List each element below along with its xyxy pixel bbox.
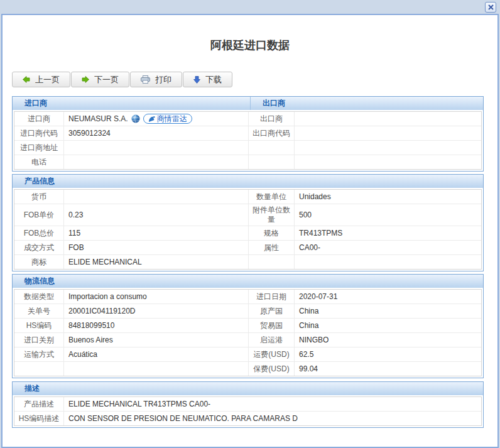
insurance-label: 保费(USD): [249, 362, 295, 376]
hs-code-label: HS编码: [14, 319, 64, 332]
section-logistics-info: 物流信息 数据类型 Importacion a consumo 进口日期 202…: [12, 274, 484, 378]
prev-page-button[interactable]: 上一页: [12, 72, 70, 87]
fob-unit-price-value: 0.23: [64, 204, 249, 226]
importer-code-value: 3059012324: [64, 126, 249, 140]
fob-total-label: FOB总价: [14, 226, 64, 240]
table-row: HS编码 84818099510 贸易国 China: [14, 319, 481, 333]
product-info-body: 货币 数量单位 Unidades FOB单价 0.23 附件单位数量 500 F…: [14, 189, 482, 270]
phone-label: 电话: [14, 155, 64, 169]
product-info-title: 产品信息: [13, 175, 483, 188]
business-radar-label: 商情雷达: [157, 114, 187, 124]
phone-value: [64, 155, 249, 169]
table-row: FOB单价 0.23 附件单位数量 500: [14, 204, 481, 226]
empty-value: [295, 255, 481, 269]
origin-country-value: China: [295, 304, 481, 318]
data-type-value: Importacion a consumo: [64, 290, 249, 303]
insurance-value: 99.04: [295, 362, 481, 376]
close-icon: [488, 4, 494, 10]
empty-label: [249, 141, 295, 155]
globe-icon[interactable]: [131, 114, 140, 123]
importer-exporter-header: 进口商 出口商: [13, 97, 483, 110]
table-row: 进口商 NEUMASUR S.A.: [14, 112, 481, 126]
empty-value: [295, 141, 481, 155]
hs-description-label: HS编码描述: [14, 412, 64, 425]
table-row: 货币 数量单位 Unidades: [14, 190, 481, 204]
page-title: 阿根廷进口数据: [3, 15, 497, 53]
customs-no-value: 20001IC04119120D: [64, 304, 249, 318]
exporter-code-value: [295, 126, 481, 140]
transport-mode-label: 运输方式: [14, 347, 64, 361]
download-label: 下载: [205, 74, 222, 85]
customs-no-label: 关单号: [14, 304, 64, 318]
arrow-right-icon: [82, 76, 89, 83]
trademark-value: ELIDE MECHANICAL: [64, 255, 249, 269]
quantity-unit-label: 数量单位: [249, 190, 295, 204]
logistics-info-body: 数据类型 Importacion a consumo 进口日期 2020-07-…: [14, 289, 482, 376]
table-row: 进口商代码 3059012324 出口商代码: [14, 126, 481, 141]
attached-unit-qty-value: 500: [295, 204, 481, 226]
trade-terms-label: 成交方式: [14, 241, 64, 254]
hs-code-value: 84818099510: [64, 319, 249, 332]
importer-address-value: [64, 141, 249, 155]
empty-value: [295, 155, 481, 169]
trade-country-value: China: [295, 319, 481, 332]
hs-description-value: CON SENSOR DE PRESION DE NEUMATICO. PARA…: [64, 412, 481, 425]
next-page-label: 下一页: [94, 74, 119, 85]
currency-label: 货币: [14, 190, 64, 204]
attached-unit-qty-label: 附件单位数量: [249, 204, 295, 226]
description-body: 产品描述 ELIDE MECHANICAL TR413TPMS CA00- HS…: [14, 396, 482, 426]
import-record-dialog: 阿根廷进口数据 上一页 下一页 打印: [1, 14, 499, 448]
exporter-label: 出口商: [249, 112, 295, 126]
origin-country-label: 原产国: [249, 304, 295, 318]
print-button[interactable]: 打印: [130, 72, 182, 87]
table-row: 进口关别 Buenos Aires 启运港 NINGBO: [14, 333, 481, 347]
attribute-value: CA00-: [295, 241, 481, 254]
print-label: 打印: [155, 74, 171, 85]
spec-label: 规格: [249, 226, 295, 240]
printer-icon: [141, 75, 150, 84]
next-page-button[interactable]: 下一页: [71, 72, 129, 87]
download-button[interactable]: 下载: [183, 72, 232, 87]
section-description: 描述 产品描述 ELIDE MECHANICAL TR413TPMS CA00-…: [12, 381, 484, 428]
section-importer-exporter: 进口商 出口商 进口商 NEUMASUR S.A.: [12, 96, 484, 172]
importer-name-cell: NEUMASUR S.A.: [64, 112, 249, 126]
import-customs-label: 进口关别: [14, 333, 64, 347]
importer-code-label: 进口商代码: [14, 126, 64, 140]
empty-value: [64, 362, 249, 376]
import-date-label: 进口日期: [249, 290, 295, 303]
spec-value: TR413TPMS: [295, 226, 481, 240]
import-date-value: 2020-07-31: [295, 290, 481, 303]
importer-label: 进口商: [14, 112, 64, 126]
toolbar: 上一页 下一页 打印 下载: [12, 72, 497, 87]
table-row: 成交方式 FOB 属性 CA00-: [14, 241, 481, 255]
business-radar-badge[interactable]: 商情雷达: [143, 114, 192, 124]
trademark-label: 商标: [14, 255, 64, 269]
freight-value: 62.5: [295, 347, 481, 361]
table-row: 商标 ELIDE MECHANICAL: [14, 255, 481, 269]
prev-page-label: 上一页: [35, 74, 60, 85]
table-row: 数据类型 Importacion a consumo 进口日期 2020-07-…: [14, 290, 481, 304]
fob-unit-price-label: FOB单价: [14, 204, 64, 226]
exporter-value: [295, 112, 481, 126]
quantity-unit-value: Unidades: [295, 190, 481, 204]
importer-exporter-body: 进口商 NEUMASUR S.A.: [14, 111, 482, 170]
arrow-left-icon: [23, 76, 30, 83]
description-title: 描述: [13, 382, 483, 395]
table-row: 关单号 20001IC04119120D 原产国 China: [14, 304, 481, 319]
attribute-label: 属性: [249, 241, 295, 254]
section-product-info: 产品信息 货币 数量单位 Unidades FOB单价 0.23 附件单位数量 …: [12, 174, 484, 271]
empty-label: [249, 155, 295, 169]
close-button[interactable]: [485, 2, 496, 13]
importer-name: NEUMASUR S.A.: [68, 114, 128, 123]
logistics-info-header: 物流信息: [13, 275, 483, 288]
product-info-header: 产品信息: [13, 175, 483, 188]
radar-dish-icon: [148, 116, 155, 123]
exporter-header: 出口商: [251, 97, 483, 110]
arrow-down-icon: [193, 76, 200, 84]
table-row: FOB总价 115 规格 TR413TPMS: [14, 226, 481, 241]
table-row: 电话: [14, 155, 481, 169]
fob-total-value: 115: [64, 226, 249, 240]
trade-country-label: 贸易国: [249, 319, 295, 332]
trade-terms-value: FOB: [64, 241, 249, 254]
departure-port-label: 启运港: [249, 333, 295, 347]
